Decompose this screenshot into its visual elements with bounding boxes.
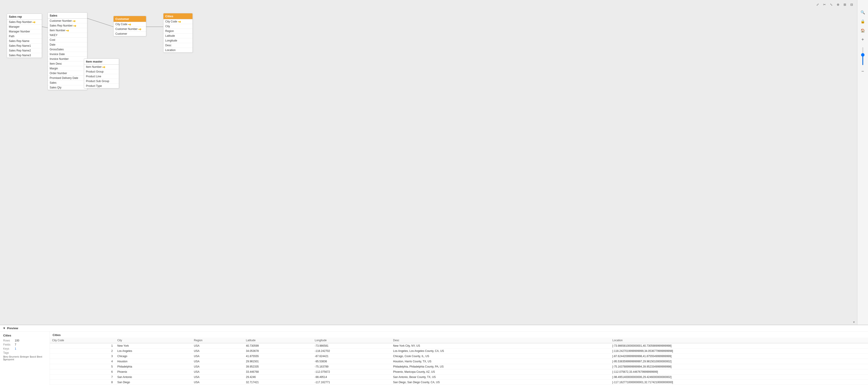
preview-header[interactable]: ▼ Preview — [0, 325, 868, 331]
meta-keys-value[interactable]: 1 — [15, 347, 16, 350]
field-customer-customernumber: Customer Number 🔑 — [114, 27, 146, 31]
table-row: 8San DiegoUSA32.717421-117.162771San Die… — [50, 380, 868, 385]
preview-table-head: City Code City Region Latitude Longitude… — [50, 337, 868, 343]
table-cell-location: [-117.1627710000000001,32.71742100000000… — [610, 380, 868, 385]
table-cell-region: USA — [191, 364, 244, 369]
field-salesrep-path: Path — [7, 34, 42, 39]
field-itemmaster-producttype: Product Type — [84, 84, 119, 88]
table-cell-region: USA — [191, 354, 244, 359]
table-row: 3ChicagoUSA41.875555-87.624421Chicago, C… — [50, 354, 868, 359]
table-cell-cityCode: 1 — [50, 343, 115, 349]
table-row: 2Los AngelesUSA34.053678-118.242702Los A… — [50, 349, 868, 354]
table-cell-region: USA — [191, 369, 244, 375]
table-row: 7San AntonioUSA29.4246-98.49514San Anton… — [50, 375, 868, 380]
table-cell-cityCode: 3 — [50, 354, 115, 359]
field-sales-invoicenumber: Invoice Number — [48, 57, 87, 61]
table-cell-latitude: 40.730599 — [244, 343, 313, 349]
field-salesrep-manager: Manager — [7, 25, 42, 29]
grid-icon[interactable]: ⊞ — [842, 2, 847, 7]
table-cell-longitude: -95.53836 — [312, 359, 391, 364]
table-cell-desc: Philadelphia, Philadelphia County, PA, U… — [391, 364, 610, 369]
preview-table-body: 1New YorkUSA40.730599-73.986581New York … — [50, 343, 868, 385]
meta-fields-row: Fields 7 — [3, 343, 46, 346]
table-cell-city: San Diego — [115, 380, 192, 385]
lock-icon[interactable]: 🔒 — [860, 18, 866, 25]
table-cell-latitude: 34.053678 — [244, 349, 313, 354]
table-cell-desc: Chicago, Cook County, IL, US — [391, 354, 610, 359]
preview-title: Preview — [7, 326, 18, 330]
table-cell-location: [-112.075672,33.4467679999999999] — [610, 369, 868, 375]
field-salesrep-managernumber: Manager Number — [7, 29, 42, 34]
cut-icon[interactable]: ✂ — [822, 2, 827, 7]
col-citycode: City Code — [50, 337, 115, 343]
field-sales-salesqty: Sales Qty — [48, 85, 87, 90]
field-sales-itemdesc: Item Desc — [48, 61, 87, 66]
table-cell-city: Phoenix — [115, 369, 192, 375]
table-row: 6PhoenixUSA33.446768-112.075672Phoenix, … — [50, 369, 868, 375]
field-cities-city: City — [163, 24, 192, 29]
table-cell-cityCode: 6 — [50, 369, 115, 375]
field-cities-region: Region — [163, 29, 192, 34]
table-cell-desc: Los Angeles, Los Angeles County, CA, US — [391, 349, 610, 354]
field-itemmaster-productline: Product Line — [84, 74, 119, 79]
field-itemmaster-productgroup: Product Group — [84, 69, 119, 74]
field-sales-margin: Margin — [48, 66, 87, 71]
table-cell-city: Houston — [115, 359, 192, 364]
table-cell-location: [-98.4951400000000006,29.424600000000000… — [610, 375, 868, 380]
table-customer: Customer City Code 🔑 Customer Number 🔑 C… — [113, 16, 146, 36]
preview-table-area: Cities City Code City Region Latitude Lo… — [50, 331, 868, 385]
table-cell-region: USA — [191, 359, 244, 364]
search-sidebar-icon[interactable]: 🔍 — [860, 9, 866, 16]
preview-meta-title: Cities — [3, 334, 46, 337]
field-sales-invoicedate: Invoice Date — [48, 52, 87, 57]
expand-bottom-arrow[interactable]: ▼ — [852, 321, 855, 324]
table-sales-header: Sales — [48, 13, 87, 19]
table-cell-longitude: -98.49514 — [312, 375, 391, 380]
table-cell-cityCode: 7 — [50, 375, 115, 380]
col-longitude: Longitude — [312, 337, 391, 343]
table-cell-longitude: -87.624421 — [312, 354, 391, 359]
table-cell-longitude: -112.075672 — [312, 369, 391, 375]
zoom-slider[interactable] — [862, 47, 863, 65]
meta-tags-row: Tags — [3, 351, 46, 354]
zoom-in-icon[interactable]: + — [860, 36, 866, 42]
meta-keys-label: Keys — [3, 347, 13, 350]
table-cell-region: USA — [191, 375, 244, 380]
field-cities-longitude: Longitude — [163, 38, 192, 43]
col-latitude: Latitude — [244, 337, 313, 343]
preview-content: Cities Rows 100 Fields 7 Keys 1 Tags $ke… — [0, 331, 868, 385]
table-cell-latitude: 41.875555 — [244, 354, 313, 359]
table-row: 5PhiladelphiaUSA39.952335-75.163789Phila… — [50, 364, 868, 369]
home-icon[interactable]: 🏠 — [860, 27, 866, 34]
col-city: City — [115, 337, 192, 343]
field-sales-ordernumber: Order Number — [48, 71, 87, 76]
table-salesrep-header: Sales rep — [7, 14, 42, 20]
meta-rows-row: Rows 100 — [3, 339, 46, 342]
table-cell-longitude: -118.242702 — [312, 349, 391, 354]
table-cell-region: USA — [191, 343, 244, 349]
table-cities-header: Cities — [163, 13, 192, 19]
field-sales-date: Date — [48, 42, 87, 47]
table-cell-latitude: 32.717421 — [244, 380, 313, 385]
meta-rows-value: 100 — [15, 339, 19, 342]
field-itemmaster-itemnumber: Item Number 🔑 — [84, 65, 119, 69]
preview-meta: Cities Rows 100 Fields 7 Keys 1 Tags $ke… — [0, 331, 50, 385]
table-cell-location: [-95.5383599999999997,29.981501000000000… — [610, 359, 868, 364]
more-icon[interactable]: ⊟ — [849, 2, 855, 7]
dots-icon[interactable]: ⊕ — [835, 2, 841, 7]
preview-chevron: ▼ — [3, 326, 6, 330]
compress-icon[interactable]: ⤡ — [829, 2, 834, 7]
table-cell-city: Chicago — [115, 354, 192, 359]
table-sales: Sales Customer Number 🔑 Sales Rep Number… — [48, 12, 87, 90]
col-desc: Desc — [391, 337, 610, 343]
expand-icon[interactable]: ⤢ — [815, 2, 820, 7]
field-sales-pctkey: %KEY — [48, 33, 87, 38]
field-salesrep-salesrepnumber: Sales Rep Number 🔑 — [7, 20, 42, 25]
table-cell-latitude: 29.4246 — [244, 375, 313, 380]
table-row: 1New YorkUSA40.730599-73.986581New York … — [50, 343, 868, 349]
meta-tags-label: Tags — [3, 351, 13, 354]
zoom-out-icon[interactable]: − — [860, 68, 866, 75]
table-cell-location: [-75.1637889999999994,39.952334999999999… — [610, 364, 868, 369]
meta-fields-value: 7 — [15, 343, 16, 346]
table-cell-latitude: 39.952335 — [244, 364, 313, 369]
